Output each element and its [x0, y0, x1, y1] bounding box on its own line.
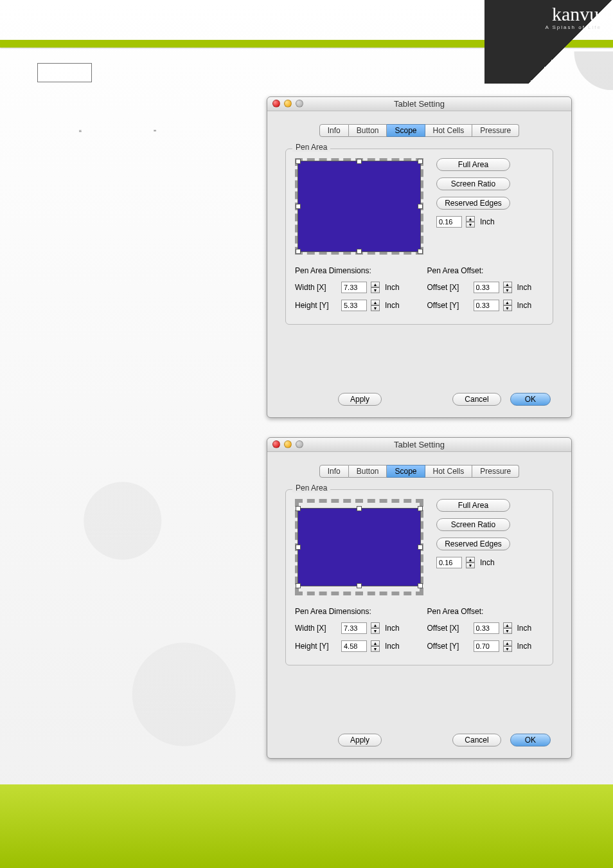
window-controls	[272, 100, 303, 107]
width-input[interactable]	[341, 622, 367, 634]
stepper-up[interactable]: ▲	[371, 640, 380, 646]
stepper-down[interactable]: ▼	[371, 305, 380, 311]
resize-handle-e[interactable]	[418, 204, 423, 209]
stepper-down[interactable]: ▼	[371, 628, 380, 634]
offset-y-stepper[interactable]: ▲▼	[503, 300, 512, 311]
tab-scope[interactable]: Scope	[387, 465, 425, 478]
offset-y-input[interactable]	[474, 640, 499, 652]
stepper-up[interactable]: ▲	[503, 300, 512, 305]
unit-label: Inch	[480, 217, 495, 226]
resize-handle-se[interactable]	[418, 583, 423, 588]
stepper-up[interactable]: ▲	[371, 622, 380, 628]
cancel-button[interactable]: Cancel	[452, 393, 501, 406]
resize-handle-w[interactable]	[296, 545, 301, 550]
stepper-down[interactable]: ▼	[371, 646, 380, 652]
resize-handle-e[interactable]	[418, 545, 423, 550]
stepper-down[interactable]: ▼	[466, 222, 475, 228]
cancel-button[interactable]: Cancel	[452, 734, 501, 746]
open-quote: “	[79, 129, 82, 138]
resize-handle-n[interactable]	[357, 159, 362, 164]
resize-handle-sw[interactable]	[296, 249, 301, 254]
reserved-edges-button[interactable]: Reserved Edges	[436, 197, 510, 210]
full-area-button[interactable]: Full Area	[436, 499, 510, 512]
resize-handle-nw[interactable]	[296, 159, 301, 164]
height-input[interactable]	[341, 300, 367, 311]
height-label: Height [Y]	[295, 301, 337, 310]
width-stepper[interactable]: ▲▼	[371, 282, 380, 293]
tab-info[interactable]: Info	[319, 124, 349, 137]
resize-handle-ne[interactable]	[418, 159, 423, 164]
height-input[interactable]	[341, 640, 367, 652]
resize-handle-se[interactable]	[418, 249, 423, 254]
close-window-button[interactable]	[272, 100, 280, 107]
height-stepper[interactable]: ▲▼	[371, 640, 380, 652]
offset-x-stepper[interactable]: ▲▼	[503, 282, 512, 293]
reserved-edges-stepper[interactable]: ▲ ▼	[466, 557, 475, 568]
reserved-edges-input[interactable]	[436, 557, 462, 568]
tab-hot-cells[interactable]: Hot Cells	[425, 124, 473, 137]
width-input[interactable]	[341, 282, 367, 293]
offset-y-input[interactable]	[474, 300, 499, 311]
height-stepper[interactable]: ▲▼	[371, 300, 380, 311]
screen-ratio-button[interactable]: Screen Ratio	[436, 518, 510, 531]
brand-logo: kanvus	[552, 3, 607, 25]
offset-x-stepper[interactable]: ▲▼	[503, 622, 512, 634]
reserved-edges-stepper[interactable]: ▲ ▼	[466, 216, 475, 228]
pen-active-rect[interactable]	[298, 508, 421, 586]
resize-handle-s[interactable]	[357, 583, 362, 588]
zoom-window-button[interactable]	[296, 440, 303, 448]
titlebar: Tablet Setting	[267, 438, 571, 452]
zoom-window-button[interactable]	[296, 100, 303, 107]
tab-pressure[interactable]: Pressure	[472, 465, 519, 478]
ok-button[interactable]: OK	[510, 393, 551, 406]
close-window-button[interactable]	[272, 440, 280, 448]
stepper-up[interactable]: ▲	[503, 622, 512, 628]
minimize-window-button[interactable]	[284, 100, 292, 107]
reserved-edges-button[interactable]: Reserved Edges	[436, 538, 510, 550]
tab-pressure[interactable]: Pressure	[472, 124, 519, 137]
resize-handle-s[interactable]	[357, 249, 362, 254]
stepper-up[interactable]: ▲	[466, 216, 475, 222]
stepper-down[interactable]: ▼	[503, 646, 512, 652]
resize-handle-ne[interactable]	[418, 506, 423, 511]
resize-handle-n[interactable]	[357, 506, 362, 511]
unit-label: Inch	[385, 301, 400, 310]
apply-button[interactable]: Apply	[338, 734, 382, 746]
apply-button[interactable]: Apply	[338, 393, 382, 406]
width-label: Width [X]	[295, 624, 337, 633]
tab-button[interactable]: Button	[349, 124, 387, 137]
stepper-down[interactable]: ▼	[466, 563, 475, 568]
reserved-edges-value-row: ▲ ▼ Inch	[436, 557, 510, 568]
stepper-up[interactable]: ▲	[371, 300, 380, 305]
resize-handle-nw[interactable]	[296, 506, 301, 511]
tab-scope[interactable]: Scope	[387, 124, 425, 137]
minimize-window-button[interactable]	[284, 440, 292, 448]
stepper-down[interactable]: ▼	[503, 628, 512, 634]
tab-info[interactable]: Info	[319, 465, 349, 478]
stepper-up[interactable]: ▲	[503, 282, 512, 287]
offset-x-input[interactable]	[474, 282, 499, 293]
offset-x-input[interactable]	[474, 622, 499, 634]
full-area-button[interactable]: Full Area	[436, 158, 510, 171]
offset-x-label: Offset [X]	[427, 283, 470, 292]
width-stepper[interactable]: ▲▼	[371, 622, 380, 634]
reserved-edges-input[interactable]	[436, 216, 462, 228]
tab-bar: Info Button Scope Hot Cells Pressure	[267, 465, 571, 478]
stepper-down[interactable]: ▼	[503, 287, 512, 293]
tab-button[interactable]: Button	[349, 465, 387, 478]
stepper-up[interactable]: ▲	[371, 282, 380, 287]
stepper-up[interactable]: ▲	[466, 557, 475, 563]
stepper-down[interactable]: ▼	[371, 287, 380, 293]
panel-title: Pen Area	[292, 143, 330, 152]
stepper-down[interactable]: ▼	[503, 305, 512, 311]
ok-button[interactable]: OK	[510, 734, 551, 746]
resize-handle-sw[interactable]	[296, 583, 301, 588]
tab-hot-cells[interactable]: Hot Cells	[425, 465, 473, 478]
resize-handle-w[interactable]	[296, 204, 301, 209]
pen-area-visual[interactable]	[295, 158, 423, 255]
offset-y-stepper[interactable]: ▲▼	[503, 640, 512, 652]
stepper-up[interactable]: ▲	[503, 640, 512, 646]
pen-area-visual[interactable]	[295, 499, 423, 595]
screen-ratio-button[interactable]: Screen Ratio	[436, 177, 510, 190]
pen-active-rect[interactable]	[298, 161, 421, 252]
